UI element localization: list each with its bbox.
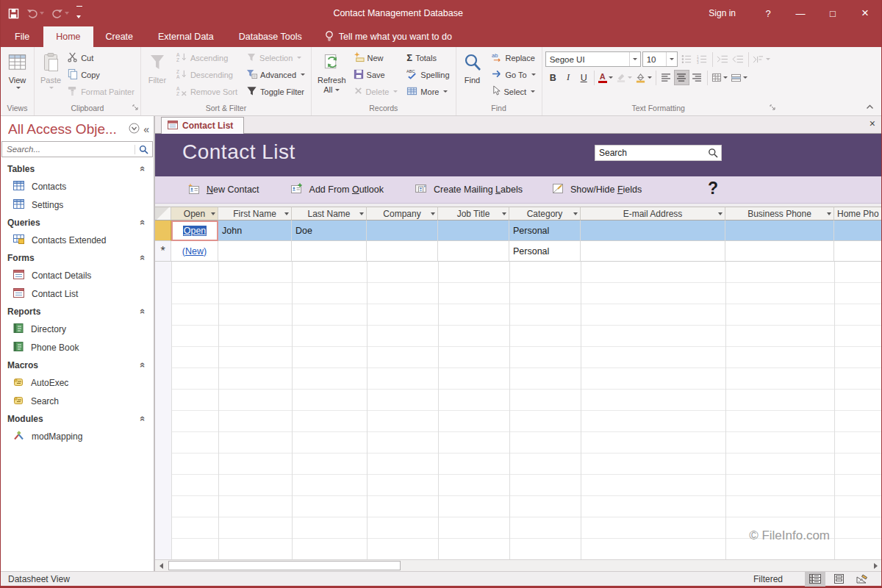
nav-item-contacts-extended[interactable]: Contacts Extended [1,231,154,249]
clipboard-dialog-launcher-icon[interactable] [132,104,139,112]
nav-item-search-macro[interactable]: Search [1,392,154,410]
horizontal-scrollbar[interactable] [155,559,881,571]
cell-open-link[interactable]: Open [171,220,218,241]
cell-last-name[interactable]: Doe [292,220,367,241]
align-center-button[interactable] [674,70,689,85]
tab-database-tools[interactable]: Database Tools [226,26,315,47]
nav-item-directory[interactable]: Directory [1,320,154,338]
design-view-button[interactable] [852,572,872,587]
add-from-outlook-button[interactable]: Add From Outlook [290,183,384,196]
filter-dropdown-icon[interactable] [284,212,289,215]
advanced-button[interactable]: Advanced [243,66,308,83]
record-selector[interactable] [155,220,171,241]
increase-indent-icon[interactable] [715,51,731,67]
spelling-button[interactable]: ABC Spelling [404,66,452,83]
nav-search-input[interactable] [2,145,135,154]
show-hide-fields-button[interactable]: Show/Hide Fields [552,183,642,196]
cell-last-name[interactable] [292,241,367,262]
create-mailing-labels-button[interactable]: Create Mailing Labels [415,183,523,196]
font-color-button[interactable]: A [597,70,614,85]
tell-me-box[interactable]: Tell me what you want to do [315,26,462,47]
more-button[interactable]: More [404,83,452,100]
cell-email[interactable] [581,220,725,241]
cell-job-title[interactable] [438,241,509,262]
redo-icon[interactable] [51,8,69,18]
column-header-email[interactable]: E-mail Address [581,207,725,220]
column-header-first-name[interactable]: First Name [218,207,292,220]
replace-button[interactable]: ab Replace [489,49,539,66]
delete-record-button[interactable]: Delete [351,83,401,100]
nav-section-forms[interactable]: Forms« [1,249,154,266]
find-button[interactable]: Find [459,49,486,87]
cut-button[interactable]: Cut [64,49,137,66]
nav-pane-menu-icon[interactable] [129,123,140,137]
cell-category[interactable]: Personal [509,241,581,262]
new-record-selector[interactable]: * [155,241,171,262]
cell-company[interactable] [367,241,438,262]
paste-button[interactable]: Paste [37,49,64,90]
column-header-last-name[interactable]: Last Name [292,207,367,220]
form-search-input[interactable] [595,148,705,158]
help-button[interactable]: ? [752,0,784,26]
save-icon[interactable] [8,8,19,19]
new-contact-button[interactable]: New Contact [187,183,259,196]
cell-business-phone[interactable] [725,241,834,262]
go-to-button[interactable]: Go To [489,66,539,83]
column-header-open[interactable]: Open [171,207,218,220]
tab-external-data[interactable]: External Data [146,26,226,47]
filter-dropdown-icon[interactable] [211,212,215,215]
nav-section-queries[interactable]: Queries« [1,214,154,231]
text-direction-icon[interactable] [751,51,772,67]
decrease-indent-icon[interactable] [731,51,746,67]
bold-button[interactable]: B [545,70,561,85]
background-color-button[interactable] [634,70,653,85]
select-button[interactable]: Select [489,83,539,100]
font-name-combo[interactable]: Segoe UI [545,51,641,67]
filter-dropdown-icon[interactable] [502,212,506,215]
nav-item-contact-details[interactable]: Contact Details [1,266,154,284]
filter-dropdown-icon[interactable] [431,212,435,215]
chevron-down-icon[interactable] [629,52,640,66]
minimize-button[interactable]: — [784,0,817,26]
copy-button[interactable]: Copy [64,66,137,83]
nav-section-tables[interactable]: Tables« [1,160,154,177]
bullets-icon[interactable] [679,51,695,67]
cell-first-name[interactable] [218,241,292,262]
cell-new-link[interactable]: (New) [171,241,218,262]
cell-job-title[interactable] [438,220,509,241]
filter-dropdown-icon[interactable] [718,212,723,215]
collapse-section-icon[interactable]: « [137,309,148,314]
tab-file[interactable]: File [1,26,43,47]
filter-button[interactable]: Filter [144,49,171,87]
toggle-filter-button[interactable]: Toggle Filter [243,83,308,100]
totals-button[interactable]: Σ Totals [404,49,452,66]
text-formatting-dialog-launcher-icon[interactable] [770,104,776,112]
cell-home-phone[interactable] [834,220,881,241]
highlight-color-button[interactable] [614,70,634,85]
collapse-ribbon-icon[interactable] [866,99,874,112]
remove-sort-button[interactable]: AZ Remove Sort [173,83,240,100]
customize-qat-icon[interactable] [76,6,82,21]
refresh-all-button[interactable]: Refresh All [315,49,349,96]
nav-section-macros[interactable]: Macros« [1,356,154,373]
cell-business-phone[interactable] [725,220,834,241]
chevron-down-icon[interactable] [666,52,677,66]
tab-home[interactable]: Home [43,26,93,47]
search-icon[interactable] [135,145,152,154]
nav-item-contacts[interactable]: Contacts [1,177,154,196]
collapse-section-icon[interactable]: « [137,362,148,368]
sign-in-button[interactable]: Sign in [692,8,752,18]
collapse-section-icon[interactable]: « [137,220,148,225]
filter-dropdown-icon[interactable] [573,212,578,215]
nav-item-phone-book[interactable]: Phone Book [1,338,154,356]
view-button[interactable]: View [4,49,31,90]
document-tab-contact-list[interactable]: Contact List [161,117,244,134]
close-button[interactable]: × [849,0,881,26]
cell-home-phone[interactable] [834,241,881,262]
collapse-section-icon[interactable]: « [137,166,148,171]
collapse-section-icon[interactable]: « [137,416,148,421]
close-document-icon[interactable]: × [864,118,881,129]
scroll-left-icon[interactable] [155,560,167,571]
font-size-combo[interactable]: 10 [642,51,678,67]
new-record-button[interactable]: New [351,49,401,66]
